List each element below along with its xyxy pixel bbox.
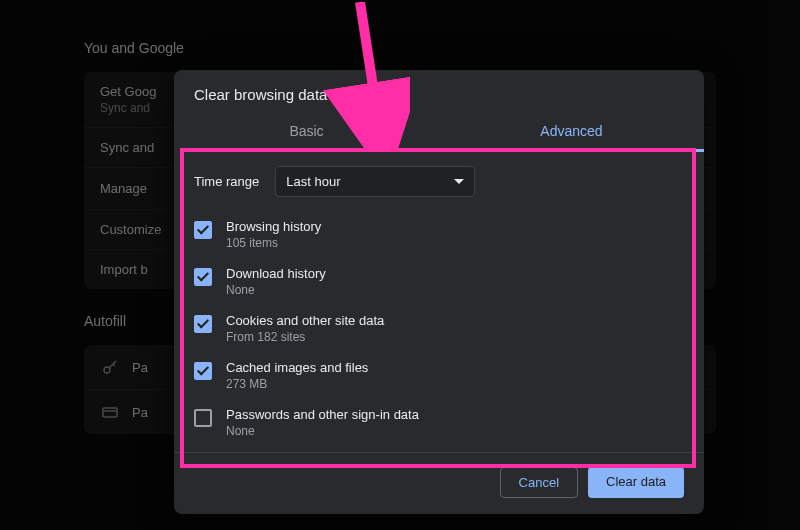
time-range-value: Last hour: [286, 174, 340, 189]
time-range-select[interactable]: Last hour: [275, 166, 475, 197]
clear-data-button[interactable]: Clear data: [588, 467, 684, 498]
option-label: Cached images and files: [226, 360, 368, 375]
clear-browsing-data-dialog: Clear browsing data Basic Advanced Time …: [174, 70, 704, 514]
option-cookies[interactable]: Cookies and other site data From 182 sit…: [194, 305, 684, 352]
checkbox[interactable]: [194, 409, 212, 427]
option-sub: None: [226, 283, 326, 297]
option-label: Download history: [226, 266, 326, 281]
option-cached-images[interactable]: Cached images and files 273 MB: [194, 352, 684, 399]
checkbox[interactable]: [194, 362, 212, 380]
tab-advanced[interactable]: Advanced: [439, 113, 704, 152]
option-browsing-history[interactable]: Browsing history 105 items: [194, 211, 684, 258]
checkbox[interactable]: [194, 221, 212, 239]
time-range-label: Time range: [194, 174, 259, 189]
checkbox[interactable]: [194, 315, 212, 333]
option-sub: 273 MB: [226, 377, 368, 391]
option-sub: From 182 sites: [226, 330, 384, 344]
cancel-button[interactable]: Cancel: [500, 467, 578, 498]
caret-down-icon: [454, 179, 464, 184]
dialog-title: Clear browsing data: [174, 70, 704, 113]
dialog-tabs: Basic Advanced: [174, 113, 704, 152]
dialog-body: Time range Last hour Browsing history 10…: [174, 152, 704, 452]
option-label: Passwords and other sign-in data: [226, 407, 419, 422]
option-label: Browsing history: [226, 219, 321, 234]
option-sub: None: [226, 424, 419, 438]
option-sub: 105 items: [226, 236, 321, 250]
option-list: Browsing history 105 items Download hist…: [194, 211, 684, 452]
option-download-history[interactable]: Download history None: [194, 258, 684, 305]
checkbox[interactable]: [194, 268, 212, 286]
option-passwords[interactable]: Passwords and other sign-in data None: [194, 399, 684, 446]
dialog-actions: Cancel Clear data: [174, 452, 704, 514]
tab-basic[interactable]: Basic: [174, 113, 439, 152]
option-label: Cookies and other site data: [226, 313, 384, 328]
time-range-row: Time range Last hour: [194, 166, 684, 197]
